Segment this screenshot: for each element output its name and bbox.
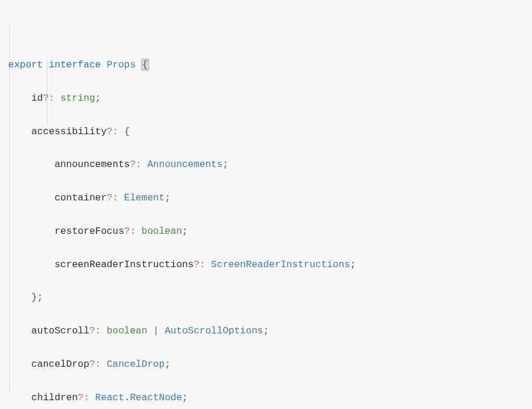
line-autoScroll: autoScroll?: boolean | AutoScrollOptions… xyxy=(8,323,524,339)
line-accessibility-close: }; xyxy=(8,289,524,306)
line-id: id?: string; xyxy=(8,90,524,107)
interface-keyword: interface xyxy=(49,59,101,70)
line-declaration: export interface Props { xyxy=(8,57,524,73)
line-cancelDrop: cancelDrop?: CancelDrop; xyxy=(8,356,524,373)
line-announcements: announcements?: Announcements; xyxy=(8,156,524,173)
open-brace: { xyxy=(141,59,149,71)
indent-guide xyxy=(9,25,10,393)
line-accessibility: accessibility?: { xyxy=(8,124,524,140)
line-children: children?: React.ReactNode; xyxy=(8,390,524,406)
line-restoreFocus: restoreFocus?: boolean; xyxy=(8,223,524,240)
interface-name: Props xyxy=(107,59,136,70)
line-screenReaderInstructions: screenReaderInstructions?: ScreenReaderI… xyxy=(8,257,524,273)
code-block: export interface Props { id?: string; ac… xyxy=(0,0,532,409)
indent-guide-nested xyxy=(47,59,47,125)
line-container: container?: Element; xyxy=(8,190,524,206)
export-keyword: export xyxy=(8,59,43,70)
